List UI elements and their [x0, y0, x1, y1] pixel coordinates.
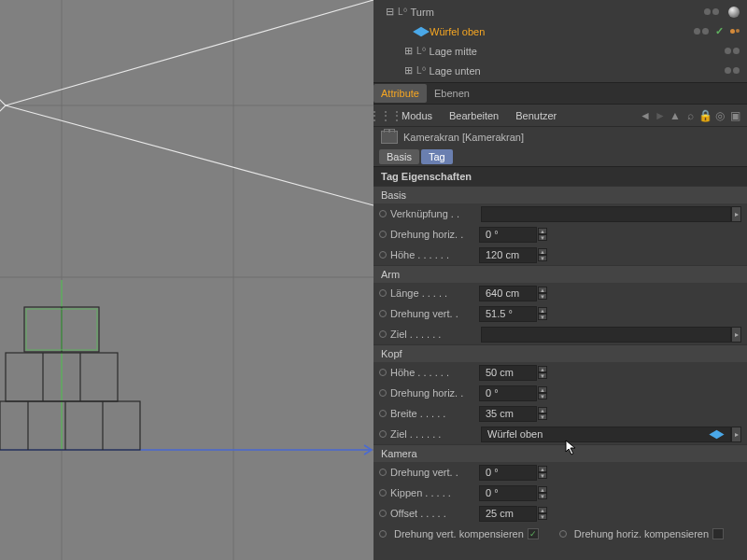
link-picker-icon[interactable]: ▸ [731, 206, 741, 222]
anim-dot[interactable] [379, 530, 387, 538]
prop-drehung-vert-kamera: Drehung vert. . ▲▼ [374, 462, 747, 483]
subtab-tag[interactable]: Tag [421, 149, 453, 164]
anim-dot[interactable] [379, 369, 387, 376]
tag-dots-icon[interactable] [730, 29, 740, 34]
prop-ziel-arm: Ziel . . . . . . ▸ [374, 324, 747, 344]
anim-dot[interactable] [379, 251, 387, 259]
spinner[interactable]: ▲▼ [538, 486, 547, 499]
render-dot[interactable] [702, 28, 709, 35]
menu-bearbeiten[interactable]: Bearbeiten [442, 107, 506, 124]
anim-dot[interactable] [379, 510, 387, 517]
link-field[interactable] [481, 327, 731, 343]
menu-benutzer[interactable]: Benutzer [508, 107, 564, 124]
anim-dot[interactable] [379, 469, 387, 476]
target-icon[interactable]: ◎ [713, 109, 726, 122]
value-input[interactable] [479, 506, 537, 522]
search-icon[interactable]: ⌕ [684, 109, 697, 122]
checkbox-horiz-komp[interactable] [712, 528, 724, 539]
anim-dot[interactable] [559, 530, 567, 538]
value-input[interactable] [479, 306, 537, 322]
tree-label: Turm [411, 7, 434, 18]
check-icon[interactable]: ✓ [715, 25, 724, 37]
expand-toggle[interactable]: ⊟ [385, 6, 394, 18]
prop-breite-kopf: Breite . . . . . ▲▼ [374, 403, 747, 424]
prop-label: Offset . . . . . [390, 508, 479, 519]
visibility-dot[interactable] [725, 67, 731, 74]
checkbox-label: Drehung vert. kompensieren [394, 528, 524, 539]
link-field[interactable] [481, 206, 731, 222]
panel-tabs: Attribute Ebenen [374, 82, 747, 105]
visibility-dot[interactable] [694, 28, 700, 35]
lock-icon[interactable]: 🔒 [698, 109, 712, 122]
anim-dot[interactable] [379, 489, 387, 497]
subtab-basis[interactable]: Basis [379, 149, 419, 164]
anim-dot[interactable] [379, 330, 387, 338]
prop-verknuepfung: Verknüpfung . . ▸ [374, 203, 747, 224]
tree-row-turm[interactable]: ⊟L⁰Turm [374, 2, 747, 21]
render-dot[interactable] [733, 67, 740, 74]
value-input[interactable] [479, 485, 537, 501]
value-input[interactable] [479, 227, 537, 243]
nav-up-icon[interactable]: ▲ [669, 109, 682, 122]
spinner[interactable]: ▲▼ [538, 507, 547, 520]
anim-dot[interactable] [379, 289, 387, 297]
grid-icon[interactable]: ⋮⋮⋮ [379, 109, 392, 122]
group-kamera: Kamera [374, 444, 747, 462]
null-icon: L⁰ [416, 46, 426, 56]
anim-dot[interactable] [379, 210, 387, 217]
render-dot[interactable] [712, 8, 719, 15]
spinner[interactable]: ▲▼ [538, 407, 547, 420]
viewport-3d[interactable] [0, 0, 374, 560]
new-window-icon[interactable]: ▣ [728, 109, 741, 122]
value-input[interactable] [479, 465, 537, 481]
value-input[interactable] [479, 247, 537, 263]
prop-laenge: Länge . . . . . ▲▼ [374, 283, 747, 303]
spinner[interactable]: ▲▼ [538, 466, 547, 479]
null-icon: L⁰ [416, 65, 426, 76]
link-field[interactable]: Würfel oben [481, 427, 731, 442]
checkbox-vert-komp[interactable]: ✓ [528, 528, 539, 539]
prop-label: Höhe . . . . . . [390, 249, 479, 260]
value-input[interactable] [479, 406, 537, 422]
tree-label: Lage unten [430, 65, 481, 77]
anim-dot[interactable] [379, 231, 387, 238]
tab-ebenen[interactable]: Ebenen [427, 84, 477, 103]
group-basis: Basis [374, 186, 747, 203]
tree-row-lage-mitte[interactable]: ⊞L⁰Lage mitte [374, 41, 747, 61]
anim-dot[interactable] [379, 430, 387, 438]
value-input[interactable] [479, 365, 537, 381]
group-arm: Arm [374, 265, 747, 283]
visibility-dot[interactable] [704, 8, 711, 15]
svg-line-6 [6, 105, 374, 205]
render-dot[interactable] [733, 48, 740, 54]
expand-toggle[interactable]: ⊞ [403, 64, 413, 77]
spinner[interactable]: ▲▼ [538, 228, 547, 241]
material-sphere-icon[interactable] [728, 7, 740, 18]
object-header: Kamerakran [Kamerakran] [374, 127, 747, 147]
anim-dot[interactable] [379, 389, 387, 397]
expand-toggle[interactable]: ⊞ [403, 45, 413, 57]
spinner[interactable]: ▲▼ [538, 248, 547, 261]
prop-label: Ziel . . . . . . [390, 428, 479, 440]
anim-dot[interactable] [379, 310, 387, 317]
visibility-dot[interactable] [725, 48, 731, 54]
nav-fwd-icon[interactable]: ► [654, 109, 667, 122]
spinner[interactable]: ▲▼ [538, 386, 547, 399]
tree-row-lage-unten[interactable]: ⊞L⁰Lage unten [374, 61, 747, 80]
nav-back-icon[interactable]: ◄ [639, 109, 652, 122]
section-header: Tag Eigenschaften [374, 166, 747, 186]
tree-label: Lage mitte [430, 46, 477, 57]
link-picker-icon[interactable]: ▸ [731, 327, 741, 343]
spinner[interactable]: ▲▼ [538, 307, 547, 320]
tab-attribute[interactable]: Attribute [374, 84, 427, 103]
link-picker-icon[interactable]: ▸ [731, 427, 741, 442]
spinner[interactable]: ▲▼ [538, 366, 547, 379]
prop-ziel-kopf: Ziel . . . . . . Würfel oben ▸ [374, 424, 747, 444]
value-input[interactable] [479, 286, 537, 301]
tree-row-wuerfel-oben[interactable]: Würfel oben ✓ [374, 21, 747, 41]
anim-dot[interactable] [379, 410, 387, 417]
cube-icon [413, 26, 430, 35]
value-input[interactable] [479, 385, 537, 401]
spinner[interactable]: ▲▼ [538, 287, 547, 300]
menu-modus[interactable]: Modus [394, 107, 440, 124]
